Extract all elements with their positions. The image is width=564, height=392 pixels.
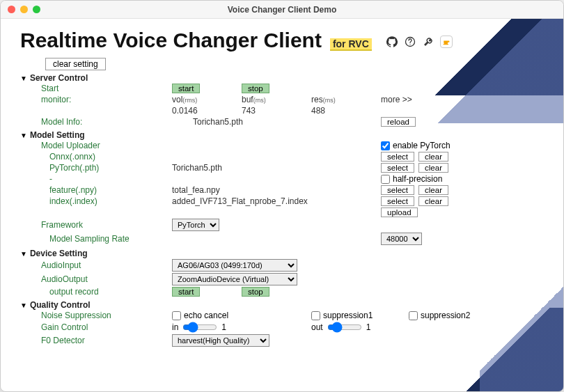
section-title: Device Setting bbox=[30, 249, 88, 258]
enable-pytorch-label: enable PyTorch bbox=[393, 141, 451, 150]
noise-suppression-row: Noise Suppression echo cancel suppressio… bbox=[20, 310, 544, 321]
content-area: Realtime Voice Changer Client for RVC cl… bbox=[1, 19, 563, 391]
gain-out-value: 1 bbox=[366, 322, 371, 332]
header: Realtime Voice Changer Client for RVC bbox=[20, 29, 544, 52]
res-unit: (ms) bbox=[323, 97, 336, 104]
sampling-rate-select[interactable]: 48000 bbox=[381, 233, 422, 245]
audio-input-label: AudioInput bbox=[33, 260, 172, 270]
feature-select-button[interactable]: select bbox=[381, 185, 414, 195]
noise-suppression-label: Noise Suppression bbox=[33, 311, 172, 320]
model-info-row: Model Info: Torichan5.pth reload bbox=[20, 116, 544, 127]
svg-point-1 bbox=[409, 44, 410, 45]
record-start-button[interactable]: start bbox=[172, 287, 200, 297]
onnx-clear-button[interactable]: clear bbox=[418, 152, 448, 162]
help-icon[interactable] bbox=[404, 36, 416, 48]
feature-label: feature(.npy) bbox=[33, 185, 172, 195]
framework-row: Framework PyTorch bbox=[20, 218, 544, 232]
pytorch-row: PyTorch(.pth) Torichan5.pth select clear bbox=[20, 162, 544, 173]
framework-label: Framework bbox=[33, 220, 172, 230]
model-uploader-label: Model Uploader bbox=[33, 141, 172, 150]
start-button[interactable]: start bbox=[172, 84, 200, 93]
f0-detector-row: F0 Detector harvest(High Quality) bbox=[20, 334, 544, 347]
suppression1-checkbox[interactable] bbox=[311, 311, 320, 320]
model-info-value: Torichan5.pth bbox=[172, 117, 381, 127]
vol-unit: (rms) bbox=[182, 97, 197, 104]
suppression2-checkbox[interactable] bbox=[409, 311, 418, 320]
suppression1-label: suppression1 bbox=[323, 311, 373, 320]
vol-value: 0.0146 bbox=[172, 106, 242, 116]
upload-button[interactable]: upload bbox=[381, 207, 418, 217]
feature-value: total_fea.npy bbox=[172, 185, 381, 195]
sampling-rate-row: Model Sampling Rate 48000 bbox=[20, 232, 544, 246]
buf-value: 743 bbox=[242, 106, 311, 116]
coffee-icon[interactable] bbox=[440, 36, 453, 48]
caret-down-icon: ▼ bbox=[20, 75, 27, 82]
output-record-label: output record bbox=[33, 287, 172, 297]
for-tag: for RVC bbox=[330, 38, 372, 51]
half-precision-label: half-precision bbox=[393, 174, 442, 184]
buf-label: buf bbox=[242, 95, 253, 104]
more-link[interactable]: more >> bbox=[381, 95, 544, 104]
header-icons bbox=[386, 36, 453, 48]
half-precision-row: - half-precision bbox=[20, 173, 544, 185]
onnx-row: Onnx(.onnx) select clear bbox=[20, 151, 544, 162]
gain-in-value: 1 bbox=[221, 322, 226, 332]
index-label: index(.index) bbox=[33, 196, 172, 206]
index-row: index(.index) added_IVF713_Flat_nprobe_7… bbox=[20, 196, 544, 207]
section-title: Model Setting bbox=[30, 130, 85, 140]
half-precision-checkbox[interactable] bbox=[381, 175, 390, 184]
upload-row: upload bbox=[20, 207, 544, 218]
res-label: res bbox=[311, 95, 323, 104]
pytorch-value: Torichan5.pth bbox=[172, 163, 381, 173]
monitor-header-row: monitor: vol(rms) buf(ms) res(ms) more >… bbox=[20, 94, 544, 105]
feature-clear-button[interactable]: clear bbox=[418, 185, 448, 195]
audio-input-row: AudioInput AG06/AG03 (0499:170d) bbox=[20, 258, 544, 272]
settings-icon[interactable] bbox=[422, 36, 434, 48]
start-label: Start bbox=[33, 84, 172, 93]
output-record-row: output record start stop bbox=[20, 286, 544, 297]
gain-in-label: in bbox=[172, 322, 178, 332]
onnx-label: Onnx(.onnx) bbox=[33, 152, 172, 162]
audio-output-row: AudioOutput ZoomAudioDevice (Virtual) bbox=[20, 272, 544, 286]
app-window: Voice Changer Client Demo Realtime Voice… bbox=[0, 0, 564, 392]
gain-control-label: Gain Control bbox=[33, 322, 172, 332]
feature-row: feature(.npy) total_fea.npy select clear bbox=[20, 185, 544, 196]
audio-output-select[interactable]: ZoomAudioDevice (Virtual) bbox=[172, 273, 297, 285]
reload-button[interactable]: reload bbox=[381, 117, 416, 127]
onnx-select-button[interactable]: select bbox=[381, 152, 414, 162]
index-select-button[interactable]: select bbox=[381, 196, 414, 206]
section-title: Quality Control bbox=[30, 300, 91, 310]
model-info-label: Model Info: bbox=[33, 117, 172, 127]
model-setting-header[interactable]: ▼ Model Setting bbox=[20, 130, 544, 140]
audio-input-select[interactable]: AG06/AG03 (0499:170d) bbox=[172, 259, 297, 272]
sampling-rate-label: Model Sampling Rate bbox=[33, 234, 172, 244]
caret-down-icon: ▼ bbox=[20, 250, 27, 258]
framework-select[interactable]: PyTorch bbox=[172, 219, 219, 231]
clear-setting-button[interactable]: clear setting bbox=[45, 58, 106, 70]
audio-output-label: AudioOutput bbox=[33, 274, 172, 284]
f0-detector-label: F0 Detector bbox=[33, 336, 172, 345]
gain-in-slider[interactable] bbox=[182, 322, 217, 333]
caret-down-icon: ▼ bbox=[20, 132, 27, 139]
quality-control-header[interactable]: ▼ Quality Control bbox=[20, 300, 544, 310]
github-icon[interactable] bbox=[386, 36, 398, 48]
device-setting-header[interactable]: ▼ Device Setting bbox=[20, 249, 544, 258]
f0-detector-select[interactable]: harvest(High Quality) bbox=[172, 334, 269, 347]
pytorch-clear-button[interactable]: clear bbox=[418, 163, 448, 173]
section-title: Server Control bbox=[30, 73, 88, 83]
titlebar: Voice Changer Client Demo bbox=[1, 1, 563, 19]
echo-cancel-label: echo cancel bbox=[184, 311, 228, 320]
stop-button[interactable]: stop bbox=[242, 84, 269, 93]
pytorch-select-button[interactable]: select bbox=[381, 163, 414, 173]
pytorch-label: PyTorch(.pth) bbox=[33, 163, 172, 173]
dash-label: - bbox=[33, 174, 172, 184]
enable-pytorch-checkbox[interactable] bbox=[381, 141, 390, 150]
index-value: added_IVF713_Flat_nprobe_7.index bbox=[172, 196, 381, 206]
gain-out-slider[interactable] bbox=[327, 322, 362, 333]
svg-rect-2 bbox=[443, 44, 448, 45]
record-stop-button[interactable]: stop bbox=[242, 287, 269, 297]
index-clear-button[interactable]: clear bbox=[418, 196, 448, 206]
monitor-values-row: 0.0146 743 488 bbox=[20, 105, 544, 116]
vol-label: vol bbox=[172, 95, 182, 104]
echo-cancel-checkbox[interactable] bbox=[172, 311, 181, 320]
